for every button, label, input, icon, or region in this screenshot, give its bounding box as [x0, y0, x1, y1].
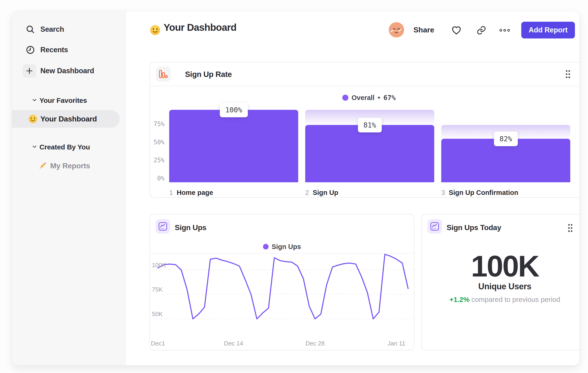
sign-ups-today-card: Sign Ups Today 100K Unique Users +1.2% c… [421, 214, 580, 350]
line-x-tick: Dec 14 [224, 340, 243, 347]
legend-dot-icon [342, 95, 348, 101]
line-chart-svg [150, 254, 415, 338]
divider [150, 86, 580, 86]
avatar[interactable] [389, 22, 404, 38]
line-series[interactable] [158, 254, 408, 319]
sidebar-item-recents[interactable]: Recents [12, 42, 126, 57]
sidebar-item-label: My Reports [50, 161, 90, 170]
legend-label: Overall [352, 94, 375, 102]
funnel-badge: 82% [494, 131, 518, 146]
section-label: Your Favorites [39, 97, 87, 104]
drag-handle-icon[interactable] [566, 223, 574, 233]
funnel-bar[interactable] [169, 110, 298, 182]
sign-ups-card: Sign Ups Sign Ups 100K75K50KDec1Dec 14De… [150, 214, 414, 350]
drag-handle-icon[interactable] [564, 69, 572, 79]
sidebar-item-my-reports[interactable]: My Reports [12, 158, 120, 174]
sidebar-section-created-by-you[interactable]: Created By You [12, 141, 126, 154]
funnel-y-tick: 25% [148, 157, 165, 164]
line-x-tick: Dec1 [151, 340, 165, 347]
sidebar-item-label: Search [40, 25, 64, 34]
line-legend: Sign Ups [150, 240, 414, 254]
card-title: Sign Ups Today [447, 223, 501, 232]
funnel-step-label: 2Sign Up [305, 189, 338, 197]
sidebar-item-new-dashboard[interactable]: New Dashboard [12, 63, 126, 78]
metric-value: 100K [422, 249, 580, 283]
funnel-badge: 100% [220, 102, 248, 117]
clock-icon [25, 45, 35, 55]
funnel-y-tick: 75% [148, 121, 165, 128]
link-icon[interactable] [476, 25, 487, 36]
legend-label: Sign Ups [272, 243, 301, 251]
sidebar-item-label: Your Dashboard [40, 115, 97, 123]
sidebar-item-your-dashboard[interactable]: Your Dashboard [12, 110, 120, 128]
line-chart-icon [428, 219, 442, 234]
card-title: Sign Ups [175, 223, 206, 232]
step-number: 3 [441, 189, 445, 196]
screen: Search Recents New Dashboard [0, 0, 588, 373]
search-icon [25, 24, 35, 34]
add-report-button[interactable]: Add Report [521, 22, 575, 39]
app-window: Search Recents New Dashboard [12, 11, 580, 365]
sidebar-item-label: New Dashboard [40, 67, 94, 75]
sidebar-item-search[interactable]: Search [12, 22, 126, 37]
share-button[interactable]: Share [413, 26, 434, 34]
page-title: Your Dashboard [164, 22, 236, 33]
metric-delta: +1.2% compared to previous period [422, 296, 580, 303]
line-y-tick: 100K [152, 262, 166, 269]
funnel-legend: Overall • 67% [150, 94, 580, 102]
line-chart-icon [156, 219, 170, 234]
bar-chart-icon [156, 67, 171, 81]
delta-note: compared to previous period [472, 296, 560, 303]
step-name: Sign Up Confirmation [449, 189, 518, 196]
legend-separator: • [378, 94, 380, 102]
line-y-tick: 75K [152, 286, 163, 293]
funnel-y-tick: 0% [148, 175, 165, 182]
legend-value: 67% [383, 94, 396, 102]
line-x-tick: Dec 28 [305, 340, 325, 347]
chevron-down-icon [32, 97, 38, 104]
line-y-tick: 50K [152, 311, 163, 318]
pencil-emoji-icon [38, 161, 47, 171]
sidebar-item-label: Recents [40, 46, 68, 54]
line-x-tick: Jan 11 [388, 340, 405, 347]
step-number: 2 [305, 189, 309, 196]
funnel-badge: 81% [358, 118, 382, 132]
smiley-emoji-icon [150, 24, 161, 36]
funnel-step-label: 1Home page [169, 189, 213, 197]
more-options-icon[interactable] [499, 25, 510, 36]
step-name: Home page [177, 189, 213, 196]
card-title: Sign Up Rate [185, 70, 232, 79]
step-number: 1 [169, 189, 173, 196]
plus-icon [23, 64, 36, 78]
legend-dot-icon [263, 244, 269, 250]
funnel-y-tick: 50% [148, 139, 165, 146]
sidebar-section-your-favorites[interactable]: Your Favorites [12, 94, 126, 107]
sign-up-rate-card: Sign Up Rate Overall • 67% 75%50%25%0%10… [150, 62, 580, 198]
funnel-step-label: 3Sign Up Confirmation [441, 189, 518, 197]
smiley-emoji-icon [28, 114, 38, 123]
chevron-down-icon [32, 144, 38, 151]
funnel-bar[interactable] [305, 125, 434, 182]
sidebar: Search Recents New Dashboard [12, 11, 126, 365]
metric-label: Unique Users [422, 282, 580, 292]
section-label: Created By You [39, 143, 90, 151]
heart-icon[interactable] [451, 25, 462, 36]
delta-value: +1.2% [449, 296, 470, 303]
step-name: Sign Up [313, 189, 338, 196]
